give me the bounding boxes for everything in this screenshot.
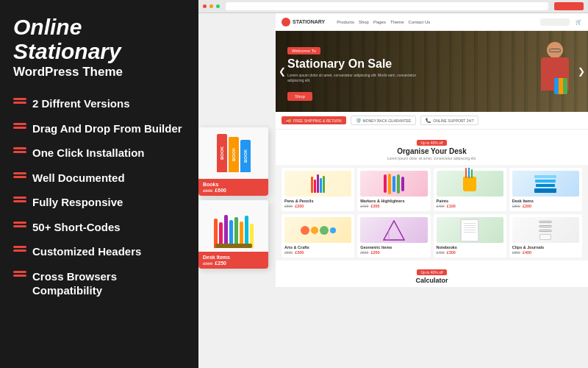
product-card[interactable]: Desk Items £800 £200: [509, 168, 582, 211]
feature-list: 2 Diffrent Versions Drag And Drop From B…: [13, 91, 185, 303]
list-item: 2 Diffrent Versions: [13, 91, 185, 116]
dash-icon: [13, 246, 26, 252]
browser-dot-yellow: [209, 4, 213, 8]
list-item: Well Documented: [13, 166, 185, 191]
shipping-icon: 🚚: [286, 118, 291, 123]
hero-section: ❮ Welcome To Stationary On Sale Lorem ip…: [276, 31, 588, 112]
dash-icon: [13, 222, 26, 227]
product-card[interactable]: Notebooks £400 £300: [434, 214, 506, 258]
product-card[interactable]: Pens & Pencils £800 £200: [282, 168, 354, 211]
logo-dot: [282, 18, 290, 26]
browser-bar: [198, 0, 588, 13]
hero-prev-arrow[interactable]: ❮: [279, 66, 286, 77]
floating-cards: BOOK BOOK BOOK Books: [198, 127, 268, 269]
product-card[interactable]: Clips & Journals £800 £400: [509, 214, 582, 258]
organise-section: Up to 40% off Organise Your Desk Lorem i…: [276, 130, 588, 165]
dash-icon: [13, 197, 26, 202]
product-card[interactable]: Paints £400 £100: [434, 168, 506, 211]
browser-url-bar[interactable]: [226, 2, 548, 10]
dash-icon: [13, 98, 26, 104]
product-image: [284, 171, 351, 197]
list-item: 50+ Short-Codes: [13, 215, 185, 240]
site-main-content: STATIONARY Products Shop Pages Theme Con…: [276, 13, 588, 368]
site-preview: BOOK BOOK BOOK Books: [198, 13, 588, 368]
nav-link-pages[interactable]: Pages: [373, 20, 386, 24]
left-panel: Online Stationary WordPress Theme 2 Diff…: [0, 0, 198, 368]
nav-link-contact[interactable]: Contact Us: [409, 20, 431, 24]
site-navigation: STATIONARY Products Shop Pages Theme Con…: [276, 13, 588, 31]
dash-icon: [13, 147, 26, 153]
browser-dot-green: [216, 4, 220, 8]
support-icon: 📞: [426, 118, 431, 123]
product-card[interactable]: Markers & Highlighters £400 £300: [357, 168, 430, 211]
nav-link-products[interactable]: Products: [337, 20, 354, 24]
list-item: Drag And Drop From Builder: [13, 116, 185, 141]
floating-card-books: BOOK BOOK BOOK Books: [198, 127, 268, 196]
product-card[interactable]: Arts & Crafts £600 £300: [282, 214, 354, 258]
product-image: [437, 217, 503, 243]
nav-link-shop[interactable]: Shop: [359, 20, 369, 24]
hero-next-arrow[interactable]: ❯: [578, 66, 585, 77]
product-image: [284, 217, 351, 243]
feat-money-back: 🛡️ MONEY BACK GUARANTEE: [351, 116, 417, 125]
nav-links: Products Shop Pages Theme Contact Us: [337, 20, 430, 24]
features-bar: 🚚 FREE SHIPPING & RETURN 🛡️ MONEY BACK G…: [276, 112, 588, 130]
money-back-icon: 🛡️: [356, 118, 361, 123]
product-image: [437, 171, 503, 197]
quick-preview-button[interactable]: [554, 2, 584, 10]
site-logo: STATIONARY: [282, 18, 325, 26]
product-image: [512, 217, 579, 243]
nav-cart-icon[interactable]: 🛒: [576, 19, 582, 25]
right-panel: BOOK BOOK BOOK Books: [198, 0, 588, 368]
product-image: [360, 171, 427, 197]
nav-search-bar[interactable]: [540, 18, 570, 26]
browser-dot-red: [203, 4, 207, 8]
main-title: Online Stationary WordPress Theme: [13, 15, 185, 91]
product-image: [360, 217, 427, 243]
books-card-label: Books £800 £600: [198, 179, 268, 196]
browser-frame: BOOK BOOK BOOK Books: [198, 0, 588, 368]
floating-card-desk: Desk Items £300 £250: [198, 200, 268, 269]
floating-cards-overlay: BOOK BOOK BOOK Books: [198, 13, 276, 368]
desk-card-label: Desk Items £300 £250: [198, 252, 268, 269]
dash-icon: [13, 271, 26, 277]
dash-icon: [13, 172, 26, 178]
product-card[interactable]: Geometric Items £500 £200: [357, 214, 430, 258]
nav-link-theme[interactable]: Theme: [390, 20, 404, 24]
calculator-section: Up to 40% off Calculator: [276, 261, 588, 287]
list-item: One Click Installation: [13, 141, 185, 166]
hero-shop-button[interactable]: Shop: [287, 92, 312, 101]
list-item: Customized Headers: [13, 239, 185, 264]
dash-icon: [13, 123, 26, 129]
hero-content: Welcome To Stationary On Sale Lorem ipsu…: [276, 33, 588, 110]
list-item: Fully Responsive: [13, 190, 185, 215]
feat-support: 📞 ONLINE SUPPORT 24/7: [420, 116, 478, 125]
books-card-image: BOOK BOOK BOOK: [198, 127, 268, 179]
feat-shipping: 🚚 FREE SHIPPING & RETURN: [282, 116, 346, 124]
product-image: [512, 171, 579, 197]
product-grid: Pens & Pencils £800 £200: [276, 165, 588, 261]
desk-card-image: [198, 200, 268, 252]
list-item: Cross Browsers Compatibility: [13, 264, 185, 303]
svg-marker-0: [384, 221, 404, 240]
